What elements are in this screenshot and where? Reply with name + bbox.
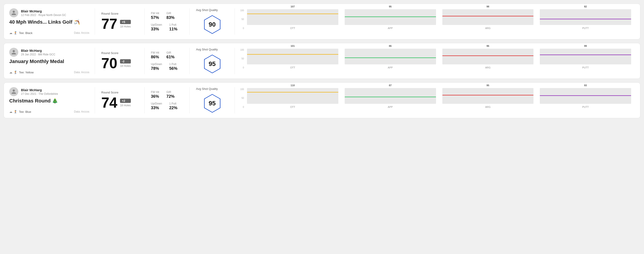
y-label-100: 100: [240, 88, 244, 91]
bar-wrapper-ott: [247, 49, 338, 64]
data-source: Data: Arccos: [74, 71, 89, 74]
bar-group-putt: 82 PUTT: [540, 5, 631, 29]
card-quality: Avg Shot Quality 95: [190, 48, 235, 74]
card-left: Blair McHarg 29 Jan 2022 · Mill Ride GCC…: [9, 48, 95, 74]
quality-score: 90: [209, 21, 216, 28]
bar-value-app: 95: [389, 5, 392, 8]
gir-label: GIR: [166, 12, 174, 15]
bar-wrapper-app: [345, 88, 436, 104]
gir-label: GIR: [166, 91, 174, 94]
stats-row-top: FW Hit 86% GIR 61%: [151, 51, 183, 59]
card-left: Blair McHarg 27 Dec 2021 · The Oxfordshi…: [9, 87, 95, 114]
tee-label: Tee: Blue: [19, 110, 31, 114]
chart-wrapper: 100 50 0 110 OTT 87: [240, 88, 631, 113]
hexagon-container: 90: [202, 14, 222, 35]
card-score: Round Score 70 -2 18 Holes: [95, 48, 144, 74]
score-badge: +2: [120, 99, 130, 103]
updown-value: 33%: [151, 27, 162, 31]
card-quality: Avg Shot Quality 90: [190, 8, 235, 35]
tee-info: ☁ 🏌 Tee: Blue: [9, 110, 31, 114]
bar-bg-putt: [540, 9, 631, 25]
shot-quality-label: Avg Shot Quality: [196, 8, 218, 12]
one-putt-label: 1 Putt: [169, 63, 177, 66]
bar-value-app: 86: [389, 45, 392, 47]
score-row: 77 +5 18 Holes: [101, 17, 138, 31]
bar-value-putt: 82: [584, 5, 587, 8]
stat-updown: Up/Down 78%: [151, 63, 162, 71]
user-name: Blair McHarg: [21, 9, 66, 13]
y-label-100: 100: [240, 49, 244, 51]
user-text: Blair McHarg 12 Feb 2022 · Royal North D…: [21, 9, 66, 17]
bar-label-putt: PUTT: [582, 106, 589, 108]
fw-hit-label: FW Hit: [151, 51, 159, 54]
user-text: Blair McHarg 27 Dec 2021 · The Oxfordshi…: [21, 88, 58, 96]
user-date: 29 Jan 2022 · Mill Ride GCC: [21, 53, 55, 56]
bar-group-ott: 110 OTT: [247, 84, 338, 108]
tee-label: Tee: Black: [19, 31, 32, 35]
stat-gir: GIR 72%: [166, 91, 174, 99]
bar-bg-putt: [540, 49, 631, 64]
card-footer: ☁ 🏌 Tee: Yellow Data: Arccos: [9, 70, 89, 74]
bar-wrapper-putt: [540, 88, 631, 104]
user-name: Blair McHarg: [21, 88, 58, 92]
bar-group-arg: 96 ARG: [442, 45, 534, 69]
user-icon: [11, 89, 16, 94]
chart-y-axis: 100 50 0: [240, 49, 245, 69]
bar-value-ott: 110: [290, 84, 294, 87]
user-icon: [11, 50, 16, 55]
bar-bg-putt: [540, 88, 631, 104]
updown-label: Up/Down: [151, 102, 162, 105]
fw-hit-label: FW Hit: [151, 12, 159, 15]
score-holes: 18 Holes: [120, 25, 130, 28]
bar-bg-arg: [442, 49, 534, 64]
chart-wrapper: 100 50 0 101 OTT 86: [240, 49, 631, 73]
score-details: +2 18 Holes: [120, 99, 130, 107]
tee-info: ☁ 🏌 Tee: Yellow: [9, 70, 34, 74]
round-title: Christmas Round 🎄: [9, 98, 89, 104]
bar-line-putt: [540, 19, 631, 19]
one-putt-label: 1 Putt: [169, 102, 177, 105]
stats-row-top: FW Hit 36% GIR 72%: [151, 91, 183, 99]
bar-bg-app: [345, 88, 436, 104]
user-info: Blair McHarg 29 Jan 2022 · Mill Ride GCC: [9, 48, 89, 57]
round-score-label: Round Score: [101, 91, 138, 94]
weather-icon: ☁: [9, 31, 12, 35]
user-date: 12 Feb 2022 · Royal North Devon GC: [21, 13, 66, 17]
bar-group-app: 86 APP: [345, 45, 436, 69]
bar-line-app: [345, 57, 436, 58]
y-label-0: 0: [243, 27, 244, 29]
avatar: [9, 8, 18, 17]
tee-label: Tee: Yellow: [19, 71, 34, 74]
bar-bg-arg: [442, 88, 534, 104]
y-label-50: 50: [242, 57, 244, 60]
bar-label-putt: PUTT: [582, 27, 589, 29]
bar-label-app: APP: [388, 27, 393, 29]
score-number: 77: [101, 17, 117, 31]
bar-value-ott: 101: [290, 45, 294, 47]
card-chart: 100 50 0 110 OTT 87: [235, 87, 635, 114]
bars-container: 101 OTT 86 APP 96: [240, 49, 631, 73]
stat-updown: Up/Down 33%: [151, 23, 162, 31]
card-left: Blair McHarg 12 Feb 2022 · Royal North D…: [9, 8, 95, 35]
round-score-label: Round Score: [101, 51, 138, 55]
score-details: +5 18 Holes: [120, 20, 130, 28]
bar-wrapper-arg: [442, 49, 534, 64]
y-label-100: 100: [240, 9, 244, 12]
round-title: 40 Mph Winds... Links Golf 🪃: [9, 19, 89, 25]
bar-bg-app: [345, 49, 436, 64]
bar-wrapper-arg: [442, 88, 534, 104]
bar-wrapper-app: [345, 49, 436, 64]
bar-line-arg: [442, 95, 534, 96]
bar-line-ott: [247, 13, 338, 14]
chart-wrapper: 100 50 0 107 OTT 95: [240, 9, 631, 34]
chart-y-axis: 100 50 0: [240, 88, 245, 108]
bar-line-ott: [247, 54, 338, 55]
data-source: Data: Arccos: [74, 110, 89, 113]
user-info: Blair McHarg 27 Dec 2021 · The Oxfordshi…: [9, 87, 89, 96]
y-label-50: 50: [242, 18, 244, 20]
one-putt-value: 11%: [169, 27, 177, 31]
score-badge: -2: [120, 59, 130, 64]
card-stats: FW Hit 86% GIR 61% Up/Down 78% 1 Putt: [144, 48, 190, 74]
card-stats: FW Hit 36% GIR 72% Up/Down 33% 1 Putt: [144, 87, 190, 114]
bar-group-arg: 98 ARG: [442, 5, 534, 29]
